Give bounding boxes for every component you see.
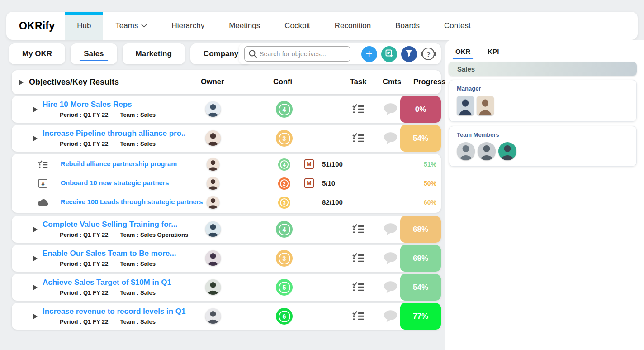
key-result-confidence-value: 4: [280, 160, 289, 169]
objective-title[interactable]: Increase Pipeline through alliance pro..: [43, 129, 185, 138]
task-icon[interactable]: [352, 133, 365, 145]
key-result-confidence-badge[interactable]: 3: [278, 197, 290, 209]
task-icon[interactable]: [352, 253, 365, 265]
confidence-badge[interactable]: 4: [276, 221, 293, 238]
team-tab-label: Marketing: [136, 49, 172, 58]
key-results-group: Rebuild alliance partnership program 4 M…: [12, 154, 441, 213]
key-result-row: Receive 100 Leads through strategic part…: [12, 193, 441, 212]
task-icon[interactable]: [352, 282, 365, 294]
cloud-icon: [37, 197, 49, 208]
objective-team: Team : Sales: [120, 289, 156, 296]
key-result-confidence-badge[interactable]: 4: [278, 158, 290, 171]
objective-row: Increase Pipeline through alliance pro..…: [12, 125, 441, 152]
nav-item[interactable]: Cockpit: [272, 12, 322, 40]
team-member-avatars: [457, 142, 636, 160]
manager-avatar[interactable]: [457, 96, 474, 115]
key-result-row: Rebuild alliance partnership program 4 M…: [12, 155, 441, 174]
task-icon[interactable]: [352, 104, 365, 116]
nav-item[interactable]: Teams: [103, 12, 159, 40]
confidence-badge[interactable]: 3: [276, 130, 293, 147]
side-panel-tab-okr[interactable]: OKR: [455, 48, 470, 59]
nav-item[interactable]: Boards: [383, 12, 432, 40]
key-result-percent: 60%: [418, 199, 442, 206]
comments-icon[interactable]: [384, 281, 398, 295]
search-icon: [248, 49, 257, 60]
expand-caret-icon[interactable]: [33, 284, 38, 291]
nav-item-label: Teams: [115, 21, 138, 30]
key-result-title[interactable]: Receive 100 Leads through strategic part…: [61, 198, 203, 206]
team-tab[interactable]: Marketing: [123, 43, 185, 64]
confidence-badge[interactable]: 6: [276, 308, 293, 325]
nav-items: Hub Teams Hierarchy Meetings Cockpit Rec…: [65, 12, 483, 40]
comments-icon[interactable]: [384, 132, 398, 146]
team-tab[interactable]: My OKR: [9, 43, 65, 64]
comments-icon[interactable]: [384, 252, 398, 266]
objective-title[interactable]: Complete Value Selling Training for...: [43, 220, 178, 229]
expand-caret-icon[interactable]: [33, 106, 38, 113]
task-icon[interactable]: [352, 311, 365, 323]
objective-title[interactable]: Enable Our Sales Team to Be more...: [43, 249, 176, 258]
key-result-row: # Onboard 10 new strategic partners 2 M …: [12, 174, 441, 193]
comments-icon[interactable]: [384, 103, 398, 117]
search-input[interactable]: [260, 50, 348, 58]
team-member-avatar[interactable]: [457, 142, 475, 160]
expand-caret-icon[interactable]: [33, 313, 38, 320]
team-tabs-row: My OKR Sales Marketing Company: [9, 43, 251, 64]
progress-badge: 54%: [400, 125, 441, 152]
nav-item[interactable]: Reconition: [322, 12, 383, 40]
objective-period: Period : Q1 FY 22: [60, 140, 108, 147]
confidence-badge[interactable]: 4: [276, 101, 293, 118]
team-member-avatar[interactable]: [498, 142, 516, 160]
nav-item[interactable]: Hierarchy: [159, 12, 217, 40]
team-section-header[interactable]: Sales: [449, 62, 637, 76]
funnel-icon: [405, 49, 413, 59]
objective-title[interactable]: Hire 10 More Sales Reps: [43, 100, 132, 109]
owner-avatar: [205, 101, 221, 117]
objective-row: Increase revenue to record levels in Q1 …: [12, 303, 441, 330]
objective-period: Period : Q1 FY 22: [60, 111, 108, 118]
team-member-avatar[interactable]: [478, 142, 496, 160]
key-result-confidence-badge[interactable]: 2: [278, 177, 290, 190]
key-result-owner-avatar: [207, 158, 219, 171]
comments-icon[interactable]: [384, 223, 398, 237]
chevron-down-icon: [141, 24, 147, 28]
filter-button[interactable]: [401, 46, 417, 62]
column-header-confi: Confi: [273, 77, 292, 86]
objective-title[interactable]: Increase revenue to record levels in Q1: [43, 307, 186, 316]
expand-caret-icon[interactable]: [33, 226, 38, 233]
add-objective-button[interactable]: +: [361, 46, 377, 62]
collapse-all-caret-icon[interactable]: [19, 79, 24, 86]
search-box[interactable]: [244, 46, 350, 62]
objective-meta: Period : Q1 FY 22 Team : Sales: [60, 289, 156, 296]
owner-avatar: [205, 279, 221, 295]
key-result-title[interactable]: Rebuild alliance partnership program: [61, 160, 177, 168]
team-tab[interactable]: Sales: [71, 43, 117, 64]
objective-team: Team : Sales: [120, 318, 156, 325]
nav-item[interactable]: Meetings: [217, 12, 272, 40]
objective-row: Achieve Sales Target of $10M in Q1 Perio…: [12, 274, 441, 301]
objective-meta: Period : Q1 FY 22 Team : Sales: [60, 111, 156, 118]
manager-avatar[interactable]: [477, 96, 494, 115]
notes-button[interactable]: [381, 46, 397, 62]
owner-avatar: [205, 221, 221, 237]
nav-item[interactable]: Hub: [65, 12, 103, 40]
help-button[interactable]: ?: [421, 47, 436, 61]
confidence-badge[interactable]: 3: [276, 250, 293, 267]
objective-period: Period : Q1 FY 22: [60, 289, 108, 296]
confidence-badge[interactable]: 5: [276, 279, 293, 296]
owner-avatar: [205, 308, 221, 324]
metric-badge-icon: M: [304, 159, 314, 169]
task-icon[interactable]: [352, 224, 365, 236]
compose-icon: [385, 49, 393, 59]
progress-badge: 54%: [400, 274, 441, 301]
nav-item[interactable]: Contest: [432, 12, 483, 40]
expand-caret-icon[interactable]: [33, 255, 38, 262]
expand-caret-icon[interactable]: [33, 135, 38, 142]
key-result-value: 82/100: [322, 198, 343, 206]
nav-item-label: Hub: [77, 21, 91, 30]
objective-title[interactable]: Achieve Sales Target of $10M in Q1: [43, 278, 171, 287]
key-result-title[interactable]: Onboard 10 new strategic partners: [61, 179, 169, 187]
comments-icon[interactable]: [384, 310, 398, 324]
column-header-objectives: Objectives/Key Results: [29, 77, 119, 87]
side-panel-tab-kpi[interactable]: KPI: [488, 48, 499, 59]
